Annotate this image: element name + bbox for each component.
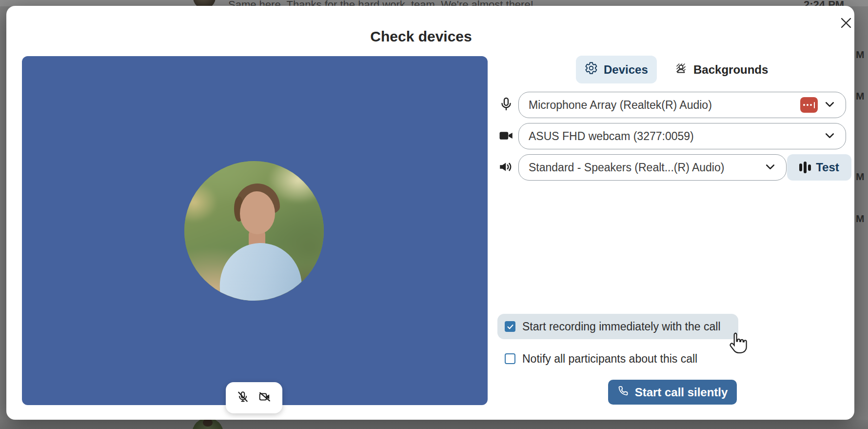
start-recording-checkbox[interactable] <box>505 321 515 332</box>
speaker-select[interactable]: Standard - Speakers (Realt...(R) Audio) <box>518 154 787 181</box>
option-notify-participants[interactable]: Notify all participants about this call <box>497 347 738 370</box>
microphone-select-value: Microphone Array (Realtek(R) Audio) <box>529 99 796 112</box>
chevron-down-icon <box>824 129 836 143</box>
notify-participants-checkbox[interactable] <box>505 353 515 364</box>
option-label: Start recording immediately with the cal… <box>522 320 721 333</box>
camera-select-value: ASUS FHD webcam (3277:0059) <box>529 130 818 143</box>
camera-off-icon <box>258 390 272 405</box>
speaker-icon <box>498 159 515 176</box>
clipped-timestamp-fragment: M <box>856 213 868 225</box>
tab-backgrounds[interactable]: Backgrounds <box>666 56 777 83</box>
option-label: Notify all participants about this call <box>522 352 697 366</box>
user-avatar <box>184 161 324 301</box>
screen: Same here. Thanks for the hard work, tea… <box>0 0 868 429</box>
password-autofill-badge-icon[interactable] <box>800 97 818 113</box>
gear-icon <box>585 61 598 78</box>
phone-icon <box>617 385 629 400</box>
speaker-select-value: Standard - Speakers (Realt...(R) Audio) <box>529 161 758 174</box>
mute-status-pill <box>226 382 282 413</box>
test-speaker-button[interactable]: Test <box>787 154 851 181</box>
microphone-icon <box>498 96 515 114</box>
avatar-person <box>184 161 324 301</box>
chevron-down-icon <box>824 98 836 112</box>
close-button[interactable] <box>835 13 857 34</box>
start-call-silently-button[interactable]: Start call silently <box>608 380 737 405</box>
chevron-down-icon <box>764 161 776 175</box>
start-call-label: Start call silently <box>635 386 728 399</box>
test-button-label: Test <box>816 161 839 174</box>
clipped-timestamp-fragment: M <box>856 171 868 183</box>
video-preview-panel <box>22 56 488 405</box>
tab-label: Devices <box>604 63 648 77</box>
clipped-timestamp-fragment: M <box>856 90 868 102</box>
tab-devices[interactable]: Devices <box>576 56 657 83</box>
cursor-pointer <box>727 331 749 358</box>
dimmed-bottom-strip <box>0 420 868 429</box>
background-person-icon <box>674 61 688 78</box>
clipped-timestamp-fragment: M <box>856 49 868 61</box>
microphone-off-icon <box>237 390 249 405</box>
video-camera-icon <box>498 127 515 145</box>
camera-select[interactable]: ASUS FHD webcam (3277:0059) <box>518 123 846 149</box>
option-start-recording[interactable]: Start recording immediately with the cal… <box>497 314 738 339</box>
tab-label: Backgrounds <box>693 63 768 77</box>
microphone-select[interactable]: Microphone Array (Realtek(R) Audio) <box>518 92 846 118</box>
close-icon <box>839 16 853 31</box>
dialog-title: Check devices <box>6 28 854 45</box>
audio-bars-icon <box>799 162 811 173</box>
